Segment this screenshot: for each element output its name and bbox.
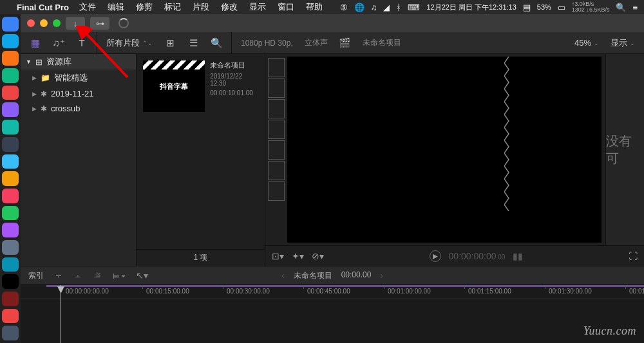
folder-icon: 📁 <box>41 73 50 82</box>
sidebar-item-智能精选[interactable]: ▶📁智能精选 <box>21 70 136 86</box>
dock-app-16[interactable] <box>2 292 19 306</box>
menu-窗口[interactable]: 窗口 <box>278 1 294 13</box>
library-grid-icon: ⊞ <box>35 57 43 67</box>
import-button[interactable]: ↓ <box>66 17 85 30</box>
zoom-dropdown[interactable]: 45%⌄ <box>574 38 599 48</box>
control-icon[interactable]: ▤ <box>523 3 531 12</box>
menu-帮助[interactable]: 帮助 <box>306 1 323 13</box>
keyword-button[interactable]: ⊶ <box>90 17 109 30</box>
ruler-tick: 00:00:00:00.00 <box>66 288 109 295</box>
timeline-ruler[interactable]: 00:00:00:00.0000:00:15:00.0000:00:30:00.… <box>21 285 644 299</box>
zigzag-edge <box>504 57 513 211</box>
grid-view-icon[interactable]: ⊞ <box>164 37 176 49</box>
crop-tool-icon[interactable]: ⊡▾ <box>272 251 284 261</box>
sidebar-item-2019-11-21[interactable]: ▶✱2019-11-21 <box>21 86 136 101</box>
insert-icon[interactable]: ⫟ <box>54 270 63 281</box>
viewer-canvas[interactable] <box>287 57 601 243</box>
minimize-button[interactable] <box>40 19 48 27</box>
timecode-display[interactable]: 00:00:00:00.00 <box>449 251 506 261</box>
menu-片段[interactable]: 片段 <box>193 1 209 13</box>
music-icon[interactable]: ♫ <box>371 3 377 12</box>
dock-app-11[interactable] <box>2 206 19 221</box>
dock-app-6[interactable] <box>2 120 19 134</box>
menu-icon[interactable]: ≡ <box>632 3 638 12</box>
menu-显示[interactable]: 显示 <box>249 1 266 13</box>
playhead[interactable] <box>61 285 61 343</box>
sogou-icon[interactable]: ⑤ <box>340 3 348 12</box>
search-icon[interactable]: 🔍 <box>616 3 626 12</box>
dock-app-7[interactable] <box>2 137 19 152</box>
date-time[interactable]: 12月22日 周日 下午12:31:13 <box>426 3 516 12</box>
dock-app-9[interactable] <box>2 171 19 186</box>
dock-app-18[interactable] <box>2 326 19 340</box>
fullscreen-button[interactable] <box>53 19 61 27</box>
film-frame[interactable] <box>268 79 285 98</box>
dock-app-8[interactable] <box>2 154 19 169</box>
clip-item[interactable]: 抖音字幕 未命名项目 2019/12/22 12:30 00:00:10:01.… <box>137 54 265 118</box>
dock-app-13[interactable] <box>2 240 19 255</box>
input-icon[interactable]: ⌨ <box>408 3 420 12</box>
ruler-tick: 00:01:15:00.00 <box>468 288 511 295</box>
ruler-tick: 00:00:30:00.00 <box>227 288 270 295</box>
dock-app-12[interactable] <box>2 223 19 237</box>
dock-app-10[interactable] <box>2 189 19 203</box>
globe-icon[interactable]: 🌐 <box>354 3 365 12</box>
notification-icon[interactable]: ◢ <box>383 3 390 12</box>
film-frame[interactable] <box>268 58 285 77</box>
append-icon[interactable]: ⫠ <box>73 270 82 281</box>
clips-filter-dropdown[interactable]: 所有片段⌃⌄ <box>106 37 153 49</box>
background-task-spinner[interactable] <box>118 18 129 28</box>
dock-app-0[interactable] <box>2 17 19 32</box>
timeline-panel[interactable]: 00:00:00:00.0000:00:15:00.0000:00:30:00.… <box>21 285 644 343</box>
viewer-controls: ⊡▾ ✦▾ ⊘▾ ▸ 00:00:00:00.00 ▮▮ ⛶ <box>265 245 644 266</box>
film-frame[interactable] <box>268 181 285 201</box>
dock-app-17[interactable] <box>2 309 19 324</box>
retime-tool-icon[interactable]: ⊘▾ <box>312 251 324 261</box>
play-button[interactable]: ▸ <box>430 250 441 262</box>
dock-app-1[interactable] <box>2 34 19 49</box>
menu-文件[interactable]: 文件 <box>79 1 96 13</box>
list-view-icon[interactable]: ☰ <box>187 37 199 49</box>
menu-修改[interactable]: 修改 <box>221 1 238 13</box>
dock-app-2[interactable] <box>2 51 19 66</box>
close-button[interactable] <box>27 19 35 27</box>
select-tool-icon[interactable]: ↖▾ <box>136 270 148 281</box>
effects-tool-icon[interactable]: ✦▾ <box>292 251 304 261</box>
library-icon[interactable]: ▦ <box>30 37 41 49</box>
audio-meter-icon[interactable]: ▮▮ <box>513 251 523 261</box>
bluetooth-icon[interactable]: ᚼ <box>396 3 401 12</box>
network-stats: ↑3.0kB/s 1302 ↓6.5KB/s <box>572 1 610 13</box>
watermark: Yuucn.com <box>583 324 636 338</box>
film-frame[interactable] <box>268 120 285 139</box>
menu-标记[interactable]: 标记 <box>164 1 181 13</box>
index-button[interactable]: 索引 <box>28 270 44 281</box>
dock-app-14[interactable] <box>2 257 19 272</box>
film-frame[interactable] <box>268 161 285 180</box>
connect-icon[interactable]: ⫢▾ <box>112 270 126 281</box>
film-frame[interactable] <box>268 140 285 160</box>
overwrite-icon[interactable]: ⫡ <box>93 270 102 281</box>
photos-icon[interactable]: ♫⁺ <box>53 37 64 49</box>
app-name[interactable]: Final Cut Pro <box>17 3 69 12</box>
sidebar-header[interactable]: ▼ ⊞ 资源库 <box>21 54 136 70</box>
film-frame[interactable] <box>268 99 285 118</box>
toolbar-search-icon[interactable]: 🔍 <box>211 37 222 49</box>
nav-back-icon[interactable]: ‹ <box>281 270 285 281</box>
menu-修剪[interactable]: 修剪 <box>136 1 153 13</box>
nav-fwd-icon[interactable]: › <box>380 270 383 281</box>
fullscreen-icon[interactable]: ⛶ <box>629 251 638 261</box>
dock-app-15[interactable] <box>2 274 19 289</box>
display-dropdown[interactable]: 显示⌄ <box>611 37 635 49</box>
battery-icon[interactable]: ▭ <box>558 3 565 12</box>
clapper-icon: 🎬 <box>339 37 351 49</box>
dock-app-3[interactable] <box>2 68 19 83</box>
browser-panel: 抖音字幕 未命名项目 2019/12/22 12:30 00:00:10:01.… <box>137 54 265 266</box>
dock-app-4[interactable] <box>2 86 19 100</box>
sidebar-item-crossub[interactable]: ▶✱crossub <box>21 101 136 116</box>
browser-footer: 1 项 <box>137 249 265 266</box>
clip-thumbnail[interactable]: 抖音字幕 <box>143 60 205 112</box>
event-icon: ✱ <box>41 104 47 113</box>
titles-icon[interactable]: T <box>76 37 88 49</box>
menu-编辑[interactable]: 编辑 <box>108 1 124 13</box>
dock-app-5[interactable] <box>2 102 19 117</box>
